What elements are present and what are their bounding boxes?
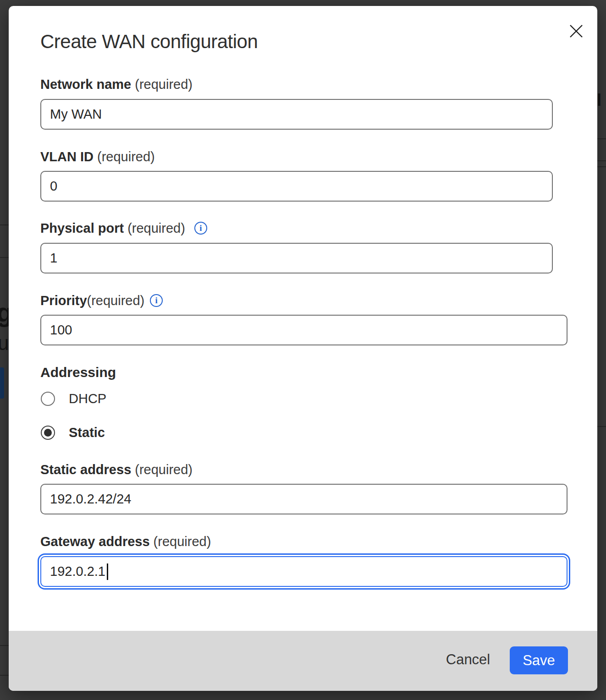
background-text-fragment: u [0, 332, 9, 355]
close-button[interactable] [565, 21, 587, 43]
physical-port-input[interactable]: 1 [40, 243, 553, 273]
physical-port-label: Physical port (required) i [40, 221, 207, 235]
network-name-input[interactable]: My WAN [40, 99, 553, 130]
background-table-line [0, 257, 9, 258]
required-note: (required) [135, 77, 193, 92]
field-label: VLAN ID [40, 149, 94, 164]
input-value: 1 [50, 251, 57, 266]
cancel-button[interactable]: Cancel [430, 645, 506, 675]
screen: g u t l t Create WAN configuration Netwo… [0, 0, 606, 700]
priority-input[interactable]: 100 [40, 315, 567, 345]
static-address-label: Static address (required) [40, 462, 193, 477]
vlan-id-input[interactable]: 0 [40, 171, 553, 202]
field-label: Static address [40, 462, 131, 477]
background-table-line [0, 645, 9, 646]
background-table-line [597, 160, 606, 161]
addressing-heading: Addressing [40, 365, 116, 380]
save-button[interactable]: Save [510, 646, 568, 674]
background-table-line [597, 426, 606, 427]
background-blue-button-fragment [0, 367, 4, 399]
radio-icon [41, 392, 55, 406]
background-table-line [0, 224, 9, 225]
required-note: (required) [127, 221, 185, 235]
static-address-input[interactable]: 192.0.2.42/24 [40, 484, 567, 514]
field-label: Network name [40, 77, 131, 92]
input-value: 192.0.2.42/24 [50, 492, 131, 507]
required-note: (required) [154, 534, 211, 549]
input-value: 100 [50, 323, 72, 338]
text-cursor [107, 563, 108, 580]
network-name-label: Network name (required) [40, 77, 193, 92]
dialog-footer [9, 631, 597, 691]
gateway-address-input[interactable]: 192.0.2.1 [40, 556, 567, 587]
priority-label: Priority (required) i [40, 293, 163, 308]
radio-icon [41, 426, 55, 440]
vlan-id-label: VLAN ID (required) [40, 149, 155, 164]
info-icon[interactable]: i [194, 222, 207, 235]
background-table-line [0, 675, 9, 676]
required-note: (required) [97, 149, 155, 164]
field-label: Physical port [40, 221, 124, 235]
addressing-radio-static[interactable]: Static [41, 425, 105, 440]
input-value: 192.0.2.1 [50, 564, 105, 579]
field-label: Priority [40, 293, 87, 308]
input-value: My WAN [50, 107, 102, 122]
create-wan-configuration-dialog: Create WAN configuration Network name (r… [9, 6, 597, 691]
required-note: (required) [87, 293, 145, 308]
background-table-line [597, 138, 606, 139]
close-icon [569, 24, 583, 39]
radio-label: Static [69, 425, 105, 440]
info-icon[interactable]: i [150, 294, 163, 307]
gateway-address-label: Gateway address (required) [40, 534, 211, 549]
addressing-radio-dhcp[interactable]: DHCP [41, 391, 106, 406]
background-table-line [597, 166, 606, 167]
input-value: 0 [50, 179, 57, 194]
dialog-title: Create WAN configuration [40, 31, 258, 53]
required-note: (required) [135, 462, 193, 477]
radio-label: DHCP [69, 391, 106, 406]
field-label: Gateway address [40, 534, 150, 549]
